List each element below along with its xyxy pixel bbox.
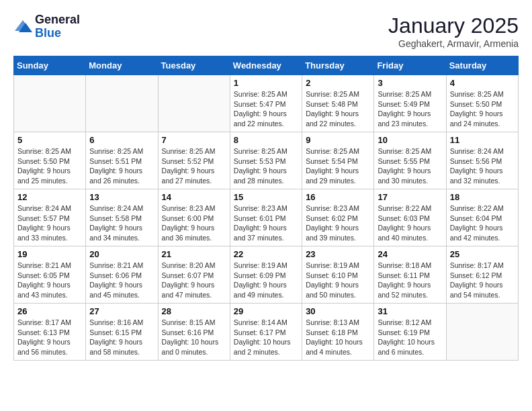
day-info: Sunrise: 8:20 AMSunset: 6:07 PMDaylight:… [162,261,226,300]
calendar-cell: 9Sunrise: 8:25 AMSunset: 5:54 PMDaylight… [302,132,374,189]
day-number: 6 [89,135,154,145]
weekday-header-saturday: Saturday [446,56,518,75]
calendar-cell: 5Sunrise: 8:25 AMSunset: 5:50 PMDaylight… [14,132,86,189]
calendar-cell: 28Sunrise: 8:15 AMSunset: 6:16 PMDayligh… [158,304,230,361]
day-number: 17 [378,192,442,202]
calendar-cell: 30Sunrise: 8:13 AMSunset: 6:18 PMDayligh… [302,304,374,361]
weekday-header-monday: Monday [86,56,158,75]
day-number: 13 [89,192,154,202]
day-number: 27 [89,306,154,316]
day-info: Sunrise: 8:17 AMSunset: 6:12 PMDaylight:… [450,261,515,300]
calendar-cell: 16Sunrise: 8:23 AMSunset: 6:02 PMDayligh… [302,189,374,246]
day-number: 5 [17,135,82,145]
day-info: Sunrise: 8:25 AMSunset: 5:52 PMDaylight:… [162,146,226,186]
logo-icon [13,17,32,36]
day-number: 4 [450,78,515,88]
week-row-1: 1Sunrise: 8:25 AMSunset: 5:47 PMDaylight… [14,75,519,132]
day-info: Sunrise: 8:25 AMSunset: 5:50 PMDaylight:… [450,89,515,129]
week-row-4: 19Sunrise: 8:21 AMSunset: 6:05 PMDayligh… [14,246,519,304]
day-number: 8 [234,135,298,145]
calendar-cell: 22Sunrise: 8:19 AMSunset: 6:09 PMDayligh… [230,246,302,304]
calendar-cell: 3Sunrise: 8:25 AMSunset: 5:49 PMDaylight… [374,75,446,132]
day-info: Sunrise: 8:24 AMSunset: 5:58 PMDaylight:… [89,203,154,243]
day-number: 29 [234,306,298,316]
calendar-cell: 21Sunrise: 8:20 AMSunset: 6:07 PMDayligh… [158,246,230,304]
logo-text: General Blue [35,13,80,40]
day-number: 18 [450,192,515,202]
day-info: Sunrise: 8:25 AMSunset: 5:48 PMDaylight:… [306,89,370,129]
calendar-cell: 23Sunrise: 8:19 AMSunset: 6:10 PMDayligh… [302,246,374,304]
day-info: Sunrise: 8:25 AMSunset: 5:55 PMDaylight:… [378,146,442,186]
calendar-cell: 4Sunrise: 8:25 AMSunset: 5:50 PMDaylight… [446,75,518,132]
day-info: Sunrise: 8:25 AMSunset: 5:50 PMDaylight:… [17,146,82,186]
calendar-cell: 12Sunrise: 8:24 AMSunset: 5:57 PMDayligh… [14,189,86,246]
day-info: Sunrise: 8:24 AMSunset: 5:57 PMDaylight:… [17,203,82,243]
header: General Blue January 2025 Geghakert, Arm… [13,13,519,49]
day-number: 24 [378,249,442,259]
day-number: 21 [162,249,226,259]
day-info: Sunrise: 8:22 AMSunset: 6:04 PMDaylight:… [450,203,515,243]
day-number: 26 [17,306,82,316]
day-info: Sunrise: 8:25 AMSunset: 5:54 PMDaylight:… [306,146,370,186]
day-number: 7 [162,135,226,145]
day-info: Sunrise: 8:21 AMSunset: 6:06 PMDaylight:… [89,261,154,300]
day-number: 12 [17,192,82,202]
day-info: Sunrise: 8:19 AMSunset: 6:10 PMDaylight:… [306,261,370,300]
calendar-cell: 26Sunrise: 8:17 AMSunset: 6:13 PMDayligh… [14,304,86,361]
calendar-cell: 24Sunrise: 8:18 AMSunset: 6:11 PMDayligh… [374,246,446,304]
calendar-cell: 25Sunrise: 8:17 AMSunset: 6:12 PMDayligh… [446,246,518,304]
day-info: Sunrise: 8:19 AMSunset: 6:09 PMDaylight:… [234,261,298,300]
calendar-cell: 8Sunrise: 8:25 AMSunset: 5:53 PMDaylight… [230,132,302,189]
calendar-cell [446,304,518,361]
calendar-cell: 15Sunrise: 8:23 AMSunset: 6:01 PMDayligh… [230,189,302,246]
logo-blue: Blue [35,27,80,40]
week-row-2: 5Sunrise: 8:25 AMSunset: 5:50 PMDaylight… [14,132,519,189]
day-info: Sunrise: 8:22 AMSunset: 6:03 PMDaylight:… [378,203,442,243]
title-block: January 2025 Geghakert, Armavir, Armenia [388,13,519,49]
day-info: Sunrise: 8:25 AMSunset: 5:47 PMDaylight:… [234,89,298,129]
calendar-table: SundayMondayTuesdayWednesdayThursdayFrid… [13,56,519,361]
day-number: 14 [162,192,226,202]
week-row-3: 12Sunrise: 8:24 AMSunset: 5:57 PMDayligh… [14,189,519,246]
weekday-header-row: SundayMondayTuesdayWednesdayThursdayFrid… [14,56,519,75]
calendar-cell [14,75,86,132]
day-number: 1 [234,78,298,88]
day-info: Sunrise: 8:23 AMSunset: 6:01 PMDaylight:… [234,203,298,243]
day-number: 2 [306,78,370,88]
day-info: Sunrise: 8:21 AMSunset: 6:05 PMDaylight:… [17,261,82,300]
day-number: 22 [234,249,298,259]
weekday-header-friday: Friday [374,56,446,75]
location-subtitle: Geghakert, Armavir, Armenia [388,38,519,49]
day-number: 20 [89,249,154,259]
weekday-header-sunday: Sunday [14,56,86,75]
day-number: 23 [306,249,370,259]
day-info: Sunrise: 8:14 AMSunset: 6:17 PMDaylight:… [234,318,298,357]
calendar-cell: 6Sunrise: 8:25 AMSunset: 5:51 PMDaylight… [86,132,158,189]
day-number: 15 [234,192,298,202]
weekday-header-wednesday: Wednesday [230,56,302,75]
logo: General Blue [13,13,80,40]
weekday-header-thursday: Thursday [302,56,374,75]
weekday-header-tuesday: Tuesday [158,56,230,75]
calendar-cell: 10Sunrise: 8:25 AMSunset: 5:55 PMDayligh… [374,132,446,189]
day-info: Sunrise: 8:25 AMSunset: 5:49 PMDaylight:… [378,89,442,129]
day-info: Sunrise: 8:13 AMSunset: 6:18 PMDaylight:… [306,318,370,357]
calendar-cell: 29Sunrise: 8:14 AMSunset: 6:17 PMDayligh… [230,304,302,361]
day-number: 19 [17,249,82,259]
calendar-cell: 27Sunrise: 8:16 AMSunset: 6:15 PMDayligh… [86,304,158,361]
calendar-cell: 18Sunrise: 8:22 AMSunset: 6:04 PMDayligh… [446,189,518,246]
calendar-cell: 1Sunrise: 8:25 AMSunset: 5:47 PMDaylight… [230,75,302,132]
day-info: Sunrise: 8:16 AMSunset: 6:15 PMDaylight:… [89,318,154,357]
day-number: 9 [306,135,370,145]
calendar-cell: 7Sunrise: 8:25 AMSunset: 5:52 PMDaylight… [158,132,230,189]
calendar-cell: 31Sunrise: 8:12 AMSunset: 6:19 PMDayligh… [374,304,446,361]
day-number: 25 [450,249,515,259]
calendar-cell [158,75,230,132]
logo-general: General [35,13,80,27]
day-number: 28 [162,306,226,316]
calendar-cell: 17Sunrise: 8:22 AMSunset: 6:03 PMDayligh… [374,189,446,246]
day-info: Sunrise: 8:24 AMSunset: 5:56 PMDaylight:… [450,146,515,186]
day-number: 11 [450,135,515,145]
day-info: Sunrise: 8:25 AMSunset: 5:51 PMDaylight:… [89,146,154,186]
day-number: 30 [306,306,370,316]
